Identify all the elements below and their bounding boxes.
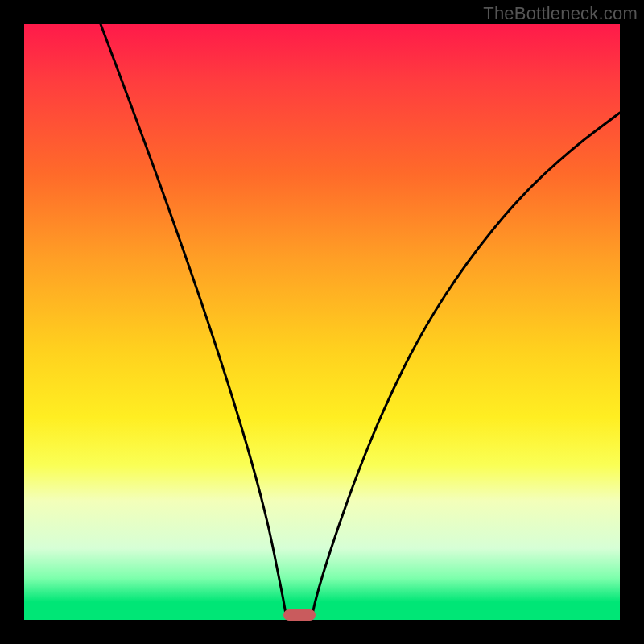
bottleneck-marker <box>283 609 316 621</box>
curve-layer <box>24 24 620 620</box>
curve-right-branch <box>312 113 620 614</box>
watermark-text: TheBottleneck.com <box>483 3 638 24</box>
curve-left-branch <box>101 24 286 614</box>
plot-area <box>24 24 620 620</box>
chart-frame: TheBottleneck.com <box>0 0 644 644</box>
